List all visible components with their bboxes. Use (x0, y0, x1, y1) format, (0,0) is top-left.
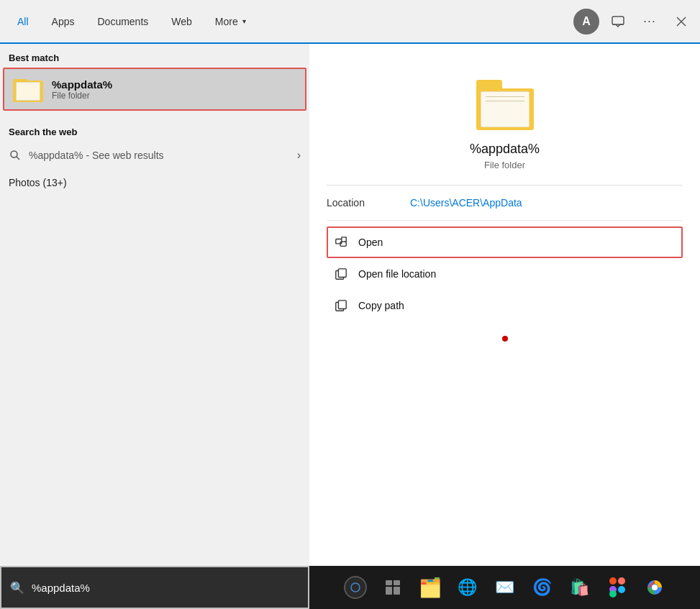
main-area: Best match %appdata% File folder Search … (0, 44, 700, 566)
cortana-button[interactable] (340, 572, 371, 603)
preview-name: %appdata% (470, 142, 540, 157)
location-link[interactable]: C:\Users\ACER\AppData (410, 197, 522, 209)
svg-line-4 (17, 157, 19, 160)
figma-button[interactable] (601, 572, 633, 603)
folder-preview-icon (476, 80, 534, 130)
svg-rect-13 (386, 580, 392, 585)
taskbar: 🔍 🗂️ 🌐 ✉️ (0, 566, 700, 609)
chrome-icon (646, 579, 663, 596)
action-open-file-location-label: Open file location (358, 268, 436, 280)
search-box[interactable]: 🔍 (0, 566, 309, 609)
file-preview: %appdata% File folder (327, 58, 683, 186)
store-button[interactable]: 🛍️ (564, 572, 596, 603)
photos-label: Photos (13+) (9, 177, 67, 188)
edge-button[interactable]: 🌀 (527, 572, 558, 603)
open-file-location-icon (334, 267, 348, 281)
svg-rect-18 (618, 577, 625, 585)
action-copy-path[interactable]: Copy path (327, 290, 683, 321)
action-open-file-location[interactable]: Open file location (327, 258, 683, 290)
svg-rect-0 (612, 17, 624, 24)
open-icon (334, 235, 348, 249)
svg-rect-9 (338, 269, 346, 278)
svg-point-12 (351, 583, 360, 592)
svg-rect-11 (338, 301, 346, 309)
folder-icon (13, 76, 43, 102)
more-options-icon[interactable]: ··· (637, 9, 663, 35)
internet-button[interactable]: 🌐 (452, 572, 483, 603)
internet-icon: 🌐 (458, 578, 477, 597)
figma-icon (609, 577, 625, 597)
close-icon[interactable] (668, 9, 694, 35)
tab-more[interactable]: More ▾ (204, 0, 258, 42)
task-view-button[interactable] (377, 572, 409, 603)
best-match-item[interactable]: %appdata% File folder (3, 68, 306, 111)
search-icon (9, 149, 22, 162)
best-match-type: File folder (52, 91, 112, 101)
taskbar-icons: 🗂️ 🌐 ✉️ 🌀 🛍️ (309, 572, 700, 603)
feedback-icon[interactable] (605, 9, 631, 35)
copy-path-icon (334, 298, 348, 313)
svg-rect-16 (394, 587, 400, 595)
search-web-item[interactable]: %appdata% - See web results › (0, 142, 309, 169)
preview-type: File folder (484, 160, 525, 170)
svg-rect-15 (386, 587, 392, 595)
chrome-button[interactable] (639, 572, 671, 603)
location-row: Location C:\Users\ACER\AppData (327, 186, 683, 221)
file-explorer-icon: 🗂️ (419, 577, 442, 599)
location-label: Location (327, 197, 399, 209)
best-match-name: %appdata% (52, 78, 112, 91)
file-explorer-button[interactable]: 🗂️ (414, 572, 446, 603)
best-match-label: Best match (0, 44, 309, 68)
tab-documents[interactable]: Documents (86, 0, 160, 42)
chevron-right-icon: › (297, 149, 301, 162)
action-list: Open Open file location (327, 226, 683, 321)
svg-point-21 (618, 586, 625, 593)
task-view-icon (385, 580, 401, 595)
taskbar-search-icon: 🔍 (10, 581, 24, 595)
right-panel: %appdata% File folder Location C:\Users\… (309, 44, 700, 566)
nav-tabs: All Apps Documents Web More ▾ (6, 0, 573, 42)
left-panel: Best match %appdata% File folder Search … (0, 44, 309, 566)
svg-rect-14 (394, 580, 400, 585)
search-input[interactable] (32, 582, 299, 594)
chevron-down-icon: ▾ (242, 17, 246, 25)
cortana-icon (344, 576, 367, 599)
svg-rect-20 (609, 590, 617, 597)
action-open-label: Open (358, 237, 383, 248)
search-web-text: %appdata% - See web results (29, 150, 164, 161)
red-dot (502, 336, 508, 342)
action-copy-path-label: Copy path (358, 300, 404, 311)
top-bar-actions: A ··· (573, 9, 694, 35)
svg-point-23 (652, 585, 658, 590)
edge-icon: 🌀 (532, 578, 552, 597)
mail-button[interactable]: ✉️ (489, 572, 521, 603)
store-icon: 🛍️ (570, 578, 589, 597)
svg-point-3 (11, 151, 17, 157)
photos-item[interactable]: Photos (13+) (0, 169, 309, 196)
mail-icon: ✉️ (495, 578, 514, 597)
tab-web[interactable]: Web (160, 0, 204, 42)
action-open[interactable]: Open (327, 226, 683, 258)
top-bar: All Apps Documents Web More ▾ A ··· (0, 0, 700, 44)
search-web-label: Search the web (0, 118, 309, 142)
avatar[interactable]: A (573, 9, 599, 35)
tab-all[interactable]: All (6, 0, 40, 42)
svg-rect-17 (609, 577, 617, 585)
tab-apps[interactable]: Apps (40, 0, 86, 42)
